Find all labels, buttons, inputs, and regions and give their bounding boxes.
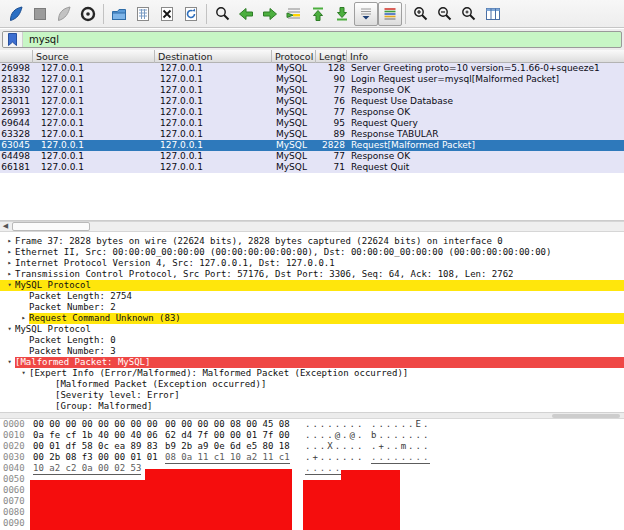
hex-row[interactable]: 00100a fe cf 1b 40 00 40 0662 d4 7f 00 0…	[0, 430, 624, 441]
cell-destination: 127.0.0.1	[160, 151, 270, 162]
packet-row[interactable]: 63328127.0.0.1127.0.0.1MySQL89Response T…	[0, 129, 624, 140]
go-to-packet-button[interactable]	[282, 2, 306, 26]
detail-tree-row[interactable]: [Severity level: Error]	[0, 390, 624, 401]
toolbar-separator	[206, 4, 207, 24]
column-header-protocol[interactable]: Protocol	[272, 50, 316, 63]
packet-row[interactable]: 23011127.0.0.1127.0.0.1MySQL76Request Us…	[0, 96, 624, 107]
column-header-info[interactable]: Info	[347, 50, 624, 63]
cell-no: 26993	[0, 107, 30, 118]
packet-row[interactable]: 21832127.0.0.1127.0.0.1MySQL90Login Requ…	[0, 74, 624, 85]
packet-bytes-pane[interactable]: 000000 00 00 00 00 00 00 0000 00 00 00 0…	[0, 419, 624, 530]
pane-splitter[interactable]	[0, 412, 624, 419]
detail-tree-row[interactable]: ▾MySQL Protocol	[0, 324, 624, 335]
hex-row[interactable]: 002000 01 df 58 0c ea 89 83b9 2b a9 0e 6…	[0, 441, 624, 452]
go-back-button[interactable]	[234, 2, 258, 26]
column-header-length[interactable]: Length	[316, 50, 347, 63]
packet-row[interactable]: 64498127.0.0.1127.0.0.1MySQL77Response O…	[0, 151, 624, 162]
capture-options-button[interactable]	[76, 2, 100, 26]
resize-columns-button[interactable]	[481, 2, 505, 26]
cell-length: 95	[312, 118, 345, 129]
hex-row[interactable]: 000000 00 00 00 00 00 00 0000 00 00 00 0…	[0, 419, 624, 430]
go-last-button[interactable]	[330, 2, 354, 26]
chevron-down-icon[interactable]: ▾	[4, 280, 15, 291]
go-first-button[interactable]	[306, 2, 330, 26]
file-reload-button[interactable]	[179, 2, 203, 26]
detail-row-text: Packet Length: 2754	[29, 291, 136, 302]
cell-protocol: MySQL	[276, 162, 316, 173]
capture-options-icon	[79, 5, 97, 23]
chevron-down-icon[interactable]: ▾	[18, 368, 29, 379]
zoom-reset-button[interactable]	[457, 2, 481, 26]
chevron-right-icon[interactable]: ▸	[4, 269, 15, 280]
cell-info: Login Request user=mysql[Malformed Packe…	[351, 74, 623, 85]
capture-start-button[interactable]	[4, 2, 28, 26]
detail-tree-row[interactable]: Packet Length: 2754	[0, 291, 624, 302]
file-save-button[interactable]	[131, 2, 155, 26]
capture-restart-button[interactable]	[52, 2, 76, 26]
detail-tree-row[interactable]: [Group: Malformed]	[0, 401, 624, 412]
cell-destination: 127.0.0.1	[160, 85, 270, 96]
packet-row[interactable]: 66181127.0.0.1127.0.0.1MySQL71Request Qu…	[0, 162, 624, 173]
packet-row[interactable]: 69644127.0.0.1127.0.0.1MySQL95Request Qu…	[0, 118, 624, 129]
cell-protocol: MySQL	[276, 63, 316, 74]
file-close-button[interactable]	[155, 2, 179, 26]
display-filter-input[interactable]: mysql	[2, 31, 622, 48]
hex-row[interactable]: 003000 2b 08 f3 00 00 01 0108 0a 11 c1 1…	[0, 452, 624, 463]
packet-row[interactable]: 26998127.0.0.1127.0.0.1MySQL128Server Gr…	[0, 63, 624, 74]
packet-row[interactable]: 85330127.0.0.1127.0.0.1MySQL77Response O…	[0, 85, 624, 96]
zoom-out-button[interactable]	[433, 2, 457, 26]
detail-tree-row[interactable]: ▾MySQL Protocol	[0, 280, 624, 291]
cell-destination: 127.0.0.1	[160, 140, 270, 151]
column-header-source[interactable]: Source	[33, 50, 155, 63]
detail-tree-row[interactable]: Packet Number: 2	[0, 302, 624, 313]
go-forward-button[interactable]	[258, 2, 282, 26]
filter-bookmark-icon[interactable]	[3, 32, 23, 47]
find-packet-button[interactable]	[210, 2, 234, 26]
auto-scroll-button[interactable]	[354, 2, 378, 26]
capture-stop-button[interactable]	[28, 2, 52, 26]
detail-tree-row[interactable]: [Malformed Packet (Exception occurred)]	[0, 379, 624, 390]
detail-row-text: MySQL Protocol	[15, 324, 95, 335]
detail-tree-row[interactable]: ▾[Expert Info (Error/Malformed): Malform…	[0, 368, 624, 379]
scroll-left-arrow-icon[interactable]: ◀	[0, 222, 11, 231]
file-open-button[interactable]	[107, 2, 131, 26]
detail-tree-row[interactable]: Packet Length: 0	[0, 335, 624, 346]
cell-source: 127.0.0.1	[41, 74, 153, 85]
column-header-no[interactable]	[0, 50, 33, 63]
column-header-destination[interactable]: Destination	[155, 50, 272, 63]
cell-protocol: MySQL	[276, 107, 316, 118]
hex-offset: 0090	[3, 518, 29, 529]
chevron-down-icon[interactable]: ▾	[4, 324, 15, 335]
chevron-right-icon[interactable]: ▸	[4, 236, 15, 247]
chevron-right-icon[interactable]: ▸	[4, 258, 15, 269]
detail-tree-row[interactable]: ▾[Malformed Packet: MySQL]	[0, 357, 624, 368]
packet-row[interactable]: 26993127.0.0.1127.0.0.1MySQL77Response O…	[0, 107, 624, 118]
hex-row[interactable]: 004010 a2 c2 0a 00 02 53.....	[0, 463, 624, 474]
detail-tree-row[interactable]: ▸Request Command Unknown (83)	[0, 313, 624, 324]
hex-offset: 0070	[3, 496, 29, 507]
cell-source: 127.0.0.1	[41, 151, 153, 162]
cell-info: Request[Malformed Packet]	[351, 140, 623, 151]
packet-list-hscrollbar[interactable]: ◀	[0, 221, 624, 232]
detail-tree-row[interactable]: Packet Number: 3	[0, 346, 624, 357]
scrollbar-thumb[interactable]	[552, 414, 620, 418]
detail-tree-row[interactable]: ▸Ethernet II, Src: 00:00:00_00:00:00 (00…	[0, 247, 624, 258]
zoom-in-button[interactable]	[409, 2, 433, 26]
detail-row-text: Packet Length: 0	[29, 335, 120, 346]
packet-row-selected[interactable]: 63045127.0.0.1127.0.0.1MySQL2828Request[…	[0, 140, 624, 151]
scrollbar-thumb[interactable]	[12, 222, 90, 231]
cell-no: 64498	[0, 151, 30, 162]
chevron-down-icon[interactable]: ▾	[4, 357, 15, 368]
cell-no: 69644	[0, 118, 30, 129]
hex-bytes: 00 00 00 00 08 00 45 08	[165, 419, 290, 430]
cell-info: Request Quit	[351, 162, 623, 173]
hex-offset: 0010	[3, 430, 29, 441]
cell-destination: 127.0.0.1	[160, 118, 270, 129]
chevron-right-icon[interactable]: ▸	[4, 247, 15, 258]
packet-list: Source Destination Protocol Length Info …	[0, 50, 624, 221]
detail-tree-row[interactable]: ▸Transmission Control Protocol, Src Port…	[0, 269, 624, 280]
chevron-right-icon[interactable]: ▸	[18, 313, 29, 324]
detail-tree-row[interactable]: ▸Internet Protocol Version 4, Src: 127.0…	[0, 258, 624, 269]
colorize-button[interactable]	[378, 2, 402, 26]
detail-tree-row[interactable]: ▸Frame 37: 2828 bytes on wire (22624 bit…	[0, 236, 624, 247]
